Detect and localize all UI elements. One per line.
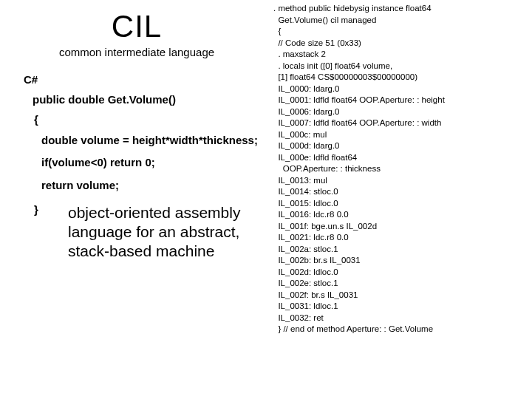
cil-line: . locals init ([0] float64 volume, — [273, 61, 526, 72]
cil-line: IL_0015: ldloc.0 — [273, 198, 526, 210]
csharp-signature: public double Get.Volume() — [33, 93, 273, 106]
cil-line: IL_000e: ldfld float64 — [273, 152, 526, 164]
cil-line: IL_002b: br.s IL_0031 — [273, 255, 526, 267]
cil-line: . maxstack 2 — [273, 49, 526, 61]
cil-line: IL_0006: ldarg.0 — [273, 106, 526, 118]
csharp-brace-close: } — [34, 203, 50, 216]
closing-row: } object-oriented assembly language for … — [24, 203, 273, 262]
cil-line: IL_000c: mul — [273, 129, 526, 141]
left-column: CIL common intermediate language C# publ… — [0, 0, 273, 399]
cil-line: [1] float64 CS$00000003$00000000) — [273, 72, 526, 83]
cil-line: // Code size 51 (0x33) — [273, 38, 526, 50]
csharp-body-line1: double volume = height*width*thickness; — [41, 133, 273, 148]
cil-line: } // end of method Aperture: : Get.Volum… — [273, 324, 526, 335]
cil-line: IL_0021: ldc.r8 0.0 — [273, 232, 526, 244]
cil-line: IL_000d: ldarg.0 — [273, 140, 526, 152]
csharp-body-line3: return volume; — [41, 178, 273, 193]
csharp-heading: C# — [24, 73, 273, 86]
cil-line: IL_0016: ldc.r8 0.0 — [273, 209, 526, 221]
cil-line: IL_0001: ldfld float64 OOP.Aperture: : h… — [273, 95, 526, 106]
cil-line: IL_002e: stloc.1 — [273, 278, 526, 290]
csharp-block: C# public double Get.Volume() { double v… — [24, 73, 273, 262]
cil-line: IL_0032: ret — [273, 313, 526, 324]
cil-line: IL_002a: stloc.1 — [273, 244, 526, 256]
cil-listing: . method public hidebysig instance float… — [273, 0, 532, 399]
cil-line: IL_002d: ldloc.0 — [273, 267, 526, 279]
cil-line: IL_0000: ldarg.0 — [273, 83, 526, 95]
cil-line: IL_0031: ldloc.1 — [273, 301, 526, 313]
cil-line: IL_0013: mul — [273, 175, 526, 187]
cil-line: IL_001f: bge.un.s IL_002d — [273, 221, 526, 233]
description-text: object-oriented assembly language for an… — [68, 203, 253, 262]
page-title: CIL — [0, 9, 273, 44]
cil-line: Get.Volume() cil managed — [273, 15, 526, 27]
cil-line: OOP.Aperture: : thickness — [273, 163, 526, 175]
cil-line: . method public hidebysig instance float… — [273, 3, 526, 15]
csharp-brace-open: { — [34, 113, 273, 126]
page-subtitle: common intermediate language — [0, 46, 273, 58]
cil-line: IL_0007: ldfld float64 OOP.Aperture: : w… — [273, 117, 526, 129]
csharp-body-line2: if(volume<0) return 0; — [41, 155, 273, 170]
cil-line: { — [273, 26, 526, 38]
cil-line: IL_0014: stloc.0 — [273, 186, 526, 198]
cil-line: IL_002f: br.s IL_0031 — [273, 290, 526, 301]
